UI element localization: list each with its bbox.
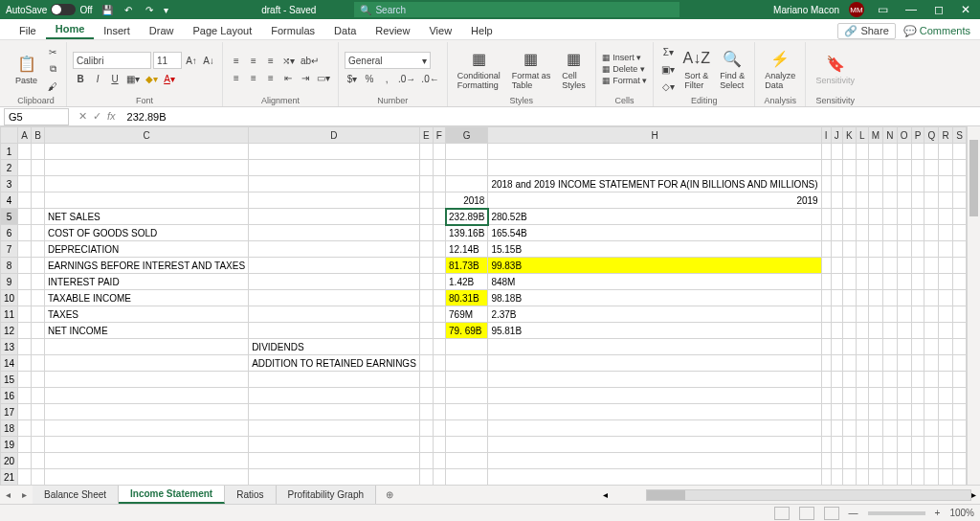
font-name-select[interactable]: Calibri <box>73 52 151 69</box>
cell-R11[interactable] <box>939 306 952 323</box>
cell-H15[interactable] <box>488 372 821 388</box>
row-header-18[interactable]: 18 <box>1 420 18 437</box>
cell-G17[interactable] <box>446 404 488 420</box>
cell-K4[interactable] <box>842 193 856 209</box>
cell-M1[interactable] <box>868 144 883 160</box>
cell-Q18[interactable] <box>924 420 939 437</box>
cell-B16[interactable] <box>32 388 45 404</box>
cell-G12[interactable]: 79. 69B <box>446 323 488 339</box>
cell-I14[interactable] <box>821 355 831 372</box>
cell-N15[interactable] <box>883 372 897 388</box>
tab-data[interactable]: Data <box>324 25 366 39</box>
cell-P6[interactable] <box>911 225 924 241</box>
cell-F8[interactable] <box>433 258 445 274</box>
cell-O21[interactable] <box>897 469 911 486</box>
cell-L18[interactable] <box>856 420 868 437</box>
cell-J2[interactable] <box>831 160 842 176</box>
cell-Q13[interactable] <box>924 339 939 355</box>
formula-input[interactable]: 232.89B <box>122 111 980 123</box>
cell-M8[interactable] <box>868 258 883 274</box>
cell-D1[interactable] <box>249 144 420 160</box>
fill-color-button[interactable]: ◆▾ <box>144 71 160 86</box>
indent-dec-icon[interactable]: ⇤ <box>280 70 296 85</box>
cell-N6[interactable] <box>883 225 897 241</box>
sheet-tab-balance-sheet[interactable]: Balance Sheet <box>33 486 119 504</box>
cell-F11[interactable] <box>433 306 445 323</box>
close-icon[interactable]: ✕ <box>957 3 974 16</box>
cell-M7[interactable] <box>868 241 883 258</box>
cell-J5[interactable] <box>831 209 842 225</box>
delete-cells-button[interactable]: ▦ Delete ▾ <box>602 64 648 74</box>
row-header-1[interactable]: 1 <box>1 144 18 160</box>
cell-R16[interactable] <box>939 388 952 404</box>
cell-Q8[interactable] <box>924 258 939 274</box>
cell-H11[interactable]: 2.37B <box>488 306 821 323</box>
cell-O4[interactable] <box>897 193 911 209</box>
cell-I15[interactable] <box>821 372 831 388</box>
cell-B8[interactable] <box>32 258 45 274</box>
cell-F9[interactable] <box>433 274 445 290</box>
cell-N19[interactable] <box>883 437 897 453</box>
cell-D11[interactable] <box>249 306 420 323</box>
cell-L13[interactable] <box>856 339 868 355</box>
cell-J6[interactable] <box>831 225 842 241</box>
row-header-19[interactable]: 19 <box>1 437 18 453</box>
cell-P13[interactable] <box>911 339 924 355</box>
cell-Q1[interactable] <box>924 144 939 160</box>
align-right-icon[interactable]: ≡ <box>263 70 278 85</box>
ribbon-mode-icon[interactable]: ▭ <box>874 3 892 16</box>
shrink-font-icon[interactable]: A↓ <box>201 53 216 68</box>
cell-F17[interactable] <box>433 404 445 420</box>
col-header-J[interactable]: J <box>831 127 842 144</box>
cell-A2[interactable] <box>18 160 32 176</box>
cell-I7[interactable] <box>821 241 831 258</box>
cell-G8[interactable]: 81.73B <box>446 258 488 274</box>
cell-M18[interactable] <box>868 420 883 437</box>
cell-N8[interactable] <box>883 258 897 274</box>
row-header-20[interactable]: 20 <box>1 453 18 469</box>
cell-O11[interactable] <box>897 306 911 323</box>
cell-B21[interactable] <box>32 469 45 486</box>
cell-E21[interactable] <box>419 469 433 486</box>
sheet-tab-income-statement[interactable]: Income Statement <box>119 486 225 504</box>
cell-B14[interactable] <box>32 355 45 372</box>
cell-K19[interactable] <box>842 437 856 453</box>
cell-C13[interactable] <box>44 339 248 355</box>
cell-G7[interactable]: 12.14B <box>446 241 488 258</box>
cell-F1[interactable] <box>433 144 445 160</box>
cell-P15[interactable] <box>911 372 924 388</box>
cell-S2[interactable] <box>952 160 966 176</box>
vertical-scrollbar[interactable] <box>967 126 980 485</box>
cell-C17[interactable] <box>44 404 248 420</box>
cell-O1[interactable] <box>897 144 911 160</box>
cell-F21[interactable] <box>433 469 445 486</box>
cell-L3[interactable] <box>856 176 868 193</box>
cell-G4[interactable]: 2018 <box>446 193 488 209</box>
cell-D20[interactable] <box>249 453 420 469</box>
cell-F10[interactable] <box>433 290 445 306</box>
cell-O14[interactable] <box>897 355 911 372</box>
cell-P11[interactable] <box>911 306 924 323</box>
cell-K6[interactable] <box>842 225 856 241</box>
cell-D15[interactable] <box>249 372 420 388</box>
cell-L14[interactable] <box>856 355 868 372</box>
maximize-icon[interactable]: ◻ <box>930 3 947 16</box>
cell-K7[interactable] <box>842 241 856 258</box>
cell-C3[interactable] <box>44 176 248 193</box>
cell-K18[interactable] <box>842 420 856 437</box>
cell-B9[interactable] <box>32 274 45 290</box>
cut-icon[interactable]: ✂ <box>45 44 60 59</box>
cell-P19[interactable] <box>911 437 924 453</box>
cell-I17[interactable] <box>821 404 831 420</box>
minimize-icon[interactable]: — <box>902 3 921 16</box>
cell-P3[interactable] <box>911 176 924 193</box>
cell-I20[interactable] <box>821 453 831 469</box>
cell-C12[interactable]: NET INCOME <box>44 323 248 339</box>
cell-O16[interactable] <box>897 388 911 404</box>
cell-N11[interactable] <box>883 306 897 323</box>
cell-O17[interactable] <box>897 404 911 420</box>
cell-L20[interactable] <box>856 453 868 469</box>
cell-C19[interactable] <box>44 437 248 453</box>
cell-G15[interactable] <box>446 372 488 388</box>
cell-M16[interactable] <box>868 388 883 404</box>
